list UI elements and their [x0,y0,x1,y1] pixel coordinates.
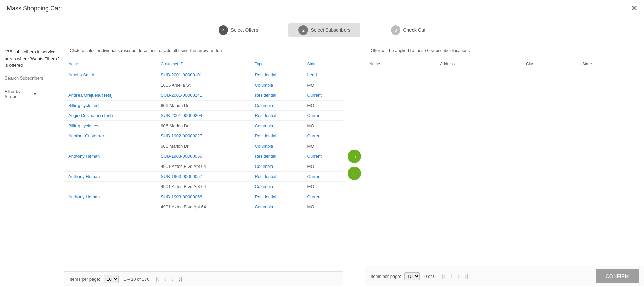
step-select-subscribers[interactable]: 2 Select Subscribers [288,23,360,37]
addr-city: Columbia [250,141,303,151]
search-input[interactable] [5,74,59,82]
addr-blank [64,182,157,192]
sidebar-info: 176 subscribers in service areas where '… [5,49,59,69]
right-table: Name Address City State [365,58,644,70]
sub-type: Residential [250,70,303,80]
chevron-down-icon: ▼ [33,91,60,96]
sub-customer-id: SUB-2001-00000141 [157,90,250,101]
addr-city: Columbia [250,161,303,172]
addr-city: Columbia [250,182,303,192]
items-per-page-select[interactable]: 10 25 50 [104,275,119,283]
addr-city: Columbia [250,121,303,131]
addr-state: MO [303,101,343,111]
right-col-address: Address [436,58,522,70]
addr-label: Billing cycle test [64,101,157,111]
addr-street: 4901 Aztec Blvd Apt 64 [157,182,250,192]
table-row[interactable]: Billing cycle test 606 Marion Dr Columbi… [64,101,343,111]
table-row[interactable]: Anthony Heman SUB-1903-00000056 Resident… [64,151,343,161]
step3-label: Check Out [403,27,425,33]
sub-customer-id: SUB-2001-00000204 [157,111,250,121]
table-row[interactable]: 4901 Aztec Blvd Apt 64 Columbia MO [64,161,343,172]
sidebar: 176 subscribers in service areas where '… [0,43,64,286]
step-check-out[interactable]: 3 Check Out [381,23,436,37]
table-row[interactable]: Andrea Orejuela (Test) SUB-2001-00000141… [64,90,343,101]
sub-customer-id: SUB-1903-00000058 [157,192,250,202]
sub-status: Current [303,90,343,101]
add-to-right-button[interactable]: → [348,150,361,163]
sub-status: Current [303,172,343,182]
sub-customer-id: SUB-1903-00000057 [157,172,250,182]
addr-state: MO [303,121,343,131]
addr-city: Columbia [250,80,303,90]
right-next-page-button[interactable]: › [456,272,461,280]
col-customer-id: Customer ID [157,58,250,70]
addr-state: MO [303,141,343,151]
col-name: Name [64,58,157,70]
right-header: Offer will be applied to these 0 subscri… [365,43,644,58]
sub-name: Anthony Heman [64,151,157,161]
col-status: Status [303,58,343,70]
sub-customer-id: SUB-2001-00000101 [157,70,250,80]
last-page-button[interactable]: ›| [177,275,183,283]
right-first-page-button[interactable]: |‹ [440,272,447,280]
table-header-row: Name Customer ID Type Status [64,58,343,70]
sub-type: Residential [250,151,303,161]
sub-status: Current [303,131,343,141]
sub-status: Lead [303,70,343,80]
prev-page-button[interactable]: ‹ [163,275,168,283]
page-range: 1 – 10 of 176 [124,277,149,282]
addr-street: 1605 Amelia St [157,80,250,90]
table-row[interactable]: 1605 Amelia St Columbia MO [64,80,343,90]
table-row[interactable]: 606 Marion Dr Columbia MO [64,141,343,151]
sub-name: Anthony Heman [64,192,157,202]
table-row[interactable]: Anthony Heman SUB-1903-00000058 Resident… [64,192,343,202]
right-table-wrap: Name Address City State [365,58,644,266]
table-row[interactable]: Billing cycle test 606 Marion Dr Columbi… [64,121,343,131]
addr-blank [64,80,157,90]
step1-circle: ✓ [219,25,228,35]
sub-customer-id: SUB-1903-00000056 [157,151,250,161]
right-prev-page-button[interactable]: ‹ [449,272,454,280]
sub-type: Residential [250,90,303,101]
addr-street: 4901 Aztec Blvd Apt 64 [157,161,250,172]
step1-label: Select Offers [231,27,258,33]
right-last-page-button[interactable]: ›| [463,272,470,280]
table-scroll[interactable]: Name Customer ID Type Status Amelia Smit… [64,58,343,271]
remove-from-right-button[interactable]: ← [348,167,361,180]
sub-type: Residential [250,192,303,202]
addr-street: 606 Marion Dr [157,121,250,131]
step-select-offers[interactable]: ✓ Select Offers [208,23,268,37]
right-pagination: Items per page: 10 25 50 0 of 0 |‹ ‹ › ›… [365,266,644,286]
addr-street: 4901 Aztec Blvd Apt 64 [157,202,250,212]
sub-name: Amelia Smith [64,70,157,80]
first-page-button[interactable]: |‹ [154,275,160,283]
table-row[interactable]: 4901 Aztec Blvd Apt 64 Columbia MO [64,182,343,192]
sub-customer-id: SUB-1902-00000027 [157,131,250,141]
confirm-button[interactable]: CONFIRM [596,269,639,283]
right-panel: Offer will be applied to these 0 subscri… [365,43,644,286]
table-row[interactable]: 4901 Aztec Blvd Apt 64 Columbia MO [64,202,343,212]
sub-name: Anthony Heman [64,172,157,182]
step2-circle: 2 [298,25,308,35]
addr-label: Billing cycle test [64,121,157,131]
addr-blank [64,161,157,172]
main-layout: 176 subscribers in service areas where '… [0,43,644,286]
sub-status: Current [303,151,343,161]
right-items-per-page-select[interactable]: 10 25 50 [404,272,420,280]
sub-name: Angie Cusimano (Test) [64,111,157,121]
right-header-row: Name Address City State [365,58,644,70]
step-divider-2 [360,30,381,30]
addr-street: 606 Marion Dr [157,141,250,151]
table-row[interactable]: Amelia Smith SUB-2001-00000101 Residenti… [64,70,343,80]
next-page-button[interactable]: › [170,275,175,283]
table-row[interactable]: Another Customer SUB-1902-00000027 Resid… [64,131,343,141]
step-divider-1 [268,30,288,30]
table-row[interactable]: Angie Cusimano (Test) SUB-2001-00000204 … [64,111,343,121]
close-button[interactable]: ✕ [631,4,637,13]
addr-street: 606 Marion Dr [157,101,250,111]
stepper: ✓ Select Offers 2 Select Subscribers 3 C… [0,17,644,43]
table-row[interactable]: Anthony Heman SUB-1903-00000057 Resident… [64,172,343,182]
subscribers-table: Name Customer ID Type Status Amelia Smit… [64,58,343,212]
filter-by-status[interactable]: Filter by Status ▼ [5,88,59,101]
sub-type: Residential [250,172,303,182]
